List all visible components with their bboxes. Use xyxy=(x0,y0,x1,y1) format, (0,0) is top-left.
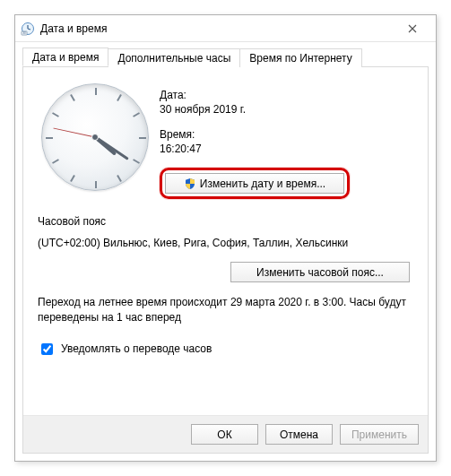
change-timezone-label: Изменить часовой пояс... xyxy=(256,266,384,279)
apply-button[interactable]: Применить xyxy=(340,424,419,445)
uac-shield-icon xyxy=(184,177,196,190)
change-date-time-button[interactable]: Изменить дату и время... xyxy=(165,173,344,194)
tab-internet-time[interactable]: Время по Интернету xyxy=(239,48,361,67)
timezone-heading: Часовой пояс xyxy=(38,215,413,228)
change-timezone-button[interactable]: Изменить часовой пояс... xyxy=(230,262,410,282)
ok-button[interactable]: ОК xyxy=(191,424,258,445)
tab-additional-clocks[interactable]: Дополнительные часы xyxy=(108,48,240,67)
date-value: 30 ноября 2019 г. xyxy=(160,103,350,116)
tab-panel-date-time: Дата: 30 ноября 2019 г. Время: 16:20:47 xyxy=(22,67,429,454)
timezone-value: (UTC+02:00) Вильнюс, Киев, Рига, София, … xyxy=(38,237,413,249)
time-value: 16:20:47 xyxy=(160,143,350,155)
dst-notify-checkbox[interactable] xyxy=(41,343,53,355)
dst-notify-row[interactable]: Уведомлять о переводе часов xyxy=(38,341,413,358)
dst-notify-label: Уведомлять о переводе часов xyxy=(61,342,212,355)
time-label: Время: xyxy=(160,128,350,141)
svg-text:30: 30 xyxy=(22,31,26,35)
dialog-window: 30 Дата и время Дата и время Дополнитель… xyxy=(14,14,437,462)
close-button[interactable] xyxy=(395,16,430,41)
analog-clock xyxy=(41,83,149,191)
clock-app-icon: 30 xyxy=(21,22,35,36)
dst-note: Переход на летнее время происходит 29 ма… xyxy=(38,295,413,326)
tab-strip: Дата и время Дополнительные часы Время п… xyxy=(22,48,429,67)
dialog-footer: ОК Отмена Применить xyxy=(23,415,428,453)
window-title: Дата и время xyxy=(40,22,395,35)
date-label: Дата: xyxy=(160,89,350,101)
titlebar[interactable]: 30 Дата и время xyxy=(15,15,436,42)
cancel-button[interactable]: Отмена xyxy=(265,424,333,445)
highlight-annotation: Изменить дату и время... xyxy=(160,168,350,199)
minute-hand xyxy=(94,136,128,160)
second-hand xyxy=(53,128,95,138)
tab-date-time[interactable]: Дата и время xyxy=(22,48,108,66)
change-date-time-label: Изменить дату и время... xyxy=(200,177,325,190)
